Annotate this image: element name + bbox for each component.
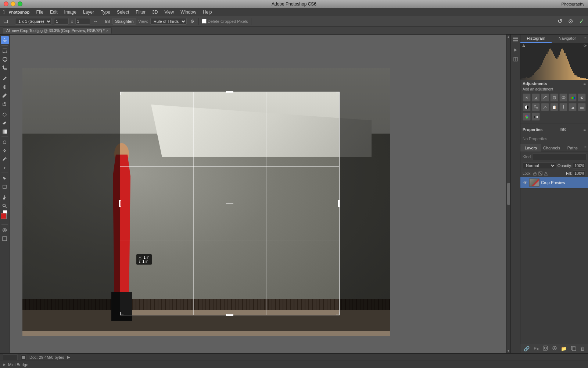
height-input[interactable] bbox=[75, 18, 90, 25]
menu-layer[interactable]: Layer bbox=[80, 9, 97, 15]
layers-filter-input[interactable] bbox=[532, 153, 587, 160]
info-tab[interactable]: Info bbox=[542, 125, 583, 134]
add-mask-icon[interactable] bbox=[543, 346, 548, 352]
layer-item-crop-preview[interactable]: 👁 Crop Preview bbox=[520, 177, 588, 188]
adj-channel-mixer[interactable] bbox=[541, 103, 549, 111]
scroll-down-arrow[interactable]: ▼ bbox=[507, 349, 510, 353]
mini-bridge-expand-icon[interactable]: ▶ bbox=[3, 362, 6, 367]
menu-view[interactable]: View bbox=[161, 9, 177, 15]
status-arrow-right[interactable]: ▶ bbox=[67, 355, 70, 359]
layer-link-icon[interactable]: 🔗 bbox=[524, 346, 530, 351]
menu-edit[interactable]: Edit bbox=[47, 9, 61, 15]
adj-color-lookup[interactable]: 📋 bbox=[550, 103, 558, 111]
menu-select[interactable]: Select bbox=[114, 9, 132, 15]
menu-3d[interactable]: 3D bbox=[149, 9, 161, 15]
apple-menu[interactable]:  bbox=[3, 9, 5, 15]
tool-path-selection[interactable] bbox=[1, 174, 9, 182]
mini-bridge-label[interactable]: Mini Bridge bbox=[8, 362, 28, 367]
layer-visibility-icon[interactable]: 👁 bbox=[523, 180, 528, 185]
adj-posterize[interactable] bbox=[569, 103, 577, 111]
close-button[interactable] bbox=[4, 1, 8, 6]
layer-effects-icon[interactable]: Fx bbox=[534, 346, 539, 351]
layers-panel-menu[interactable]: ≡ bbox=[583, 144, 588, 152]
tool-gradient[interactable] bbox=[1, 127, 9, 135]
panel-menu-histogram[interactable]: ≡ bbox=[583, 35, 588, 43]
fill-input[interactable] bbox=[573, 170, 586, 176]
new-layer-icon[interactable] bbox=[571, 346, 576, 352]
tab-histogram[interactable]: Histogram bbox=[520, 35, 552, 43]
tab-paths[interactable]: Paths bbox=[562, 144, 583, 152]
adj-hue-saturation[interactable] bbox=[569, 93, 577, 102]
canvas-options-btn[interactable] bbox=[21, 354, 26, 360]
adj-selective-color[interactable] bbox=[523, 113, 531, 121]
tool-brush[interactable] bbox=[1, 91, 9, 99]
ratio-dropdown[interactable]: 1 x 1 (Square) Original Ratio Custom bbox=[15, 18, 52, 25]
view-settings-icon[interactable]: ⚙ bbox=[189, 18, 196, 25]
view-dropdown[interactable]: Rule of Thirds Grid Diagonal Triangle Go… bbox=[150, 18, 187, 25]
adjustments-menu-btn[interactable]: ≡ bbox=[584, 81, 586, 86]
adj-levels[interactable] bbox=[532, 93, 540, 102]
lock-pixels-icon[interactable] bbox=[538, 171, 542, 176]
tool-eyedropper[interactable] bbox=[1, 74, 9, 82]
menu-type[interactable]: Type bbox=[98, 9, 113, 15]
canvas-area[interactable]: △: 1 in ↕: 1 in bbox=[10, 35, 506, 353]
adj-exposure[interactable] bbox=[550, 93, 558, 102]
tool-hand[interactable] bbox=[1, 193, 9, 201]
adj-vibrance[interactable] bbox=[559, 93, 567, 102]
cancel-crop-button[interactable]: ⊘ bbox=[567, 18, 574, 25]
blend-mode-dropdown[interactable]: Normal Multiply Screen Overlay bbox=[523, 162, 556, 169]
panel-toggle-3[interactable] bbox=[512, 55, 520, 63]
tool-text[interactable]: T bbox=[1, 163, 9, 171]
minimize-button[interactable] bbox=[11, 1, 15, 6]
new-adjustment-layer-icon[interactable] bbox=[552, 346, 557, 352]
lock-icon[interactable] bbox=[533, 171, 537, 176]
properties-menu-btn[interactable]: ≡ bbox=[584, 127, 586, 132]
tool-shape[interactable] bbox=[1, 183, 9, 191]
menu-image[interactable]: Image bbox=[61, 9, 79, 15]
tab-channels[interactable]: Channels bbox=[541, 144, 562, 152]
document-tab-close[interactable]: × bbox=[106, 29, 108, 33]
tool-move[interactable] bbox=[1, 36, 9, 44]
adj-color-balance[interactable]: ☯ bbox=[578, 93, 586, 102]
scroll-thumb[interactable] bbox=[507, 183, 510, 205]
opacity-input[interactable] bbox=[573, 163, 586, 169]
adj-threshold[interactable] bbox=[578, 103, 586, 111]
tab-navigator[interactable]: Navigator bbox=[552, 35, 583, 43]
panel-toggle-1[interactable] bbox=[512, 36, 520, 44]
tab-layers[interactable]: Layers bbox=[520, 144, 541, 152]
delete-layer-icon[interactable]: 🗑 bbox=[580, 346, 585, 351]
workspace-label[interactable]: Photography bbox=[562, 2, 584, 6]
tool-dodge[interactable] bbox=[1, 146, 9, 155]
adj-black-white[interactable] bbox=[523, 103, 531, 111]
scroll-up-arrow[interactable]: ▲ bbox=[507, 35, 510, 39]
tool-screen-mode[interactable] bbox=[1, 234, 9, 243]
straighten-button[interactable]: Straighten bbox=[112, 18, 136, 25]
adj-photo-filter[interactable] bbox=[532, 103, 540, 111]
tool-history-brush[interactable] bbox=[1, 110, 9, 118]
reset-crop-button[interactable]: ↺ bbox=[556, 18, 564, 25]
tool-eraser[interactable] bbox=[1, 119, 9, 127]
new-group-icon[interactable]: 📁 bbox=[561, 346, 567, 351]
width-input[interactable] bbox=[54, 18, 69, 25]
adj-brightness-contrast[interactable]: ☀ bbox=[523, 93, 531, 102]
menu-window[interactable]: Window bbox=[178, 9, 199, 15]
commit-crop-button[interactable]: ✓ bbox=[577, 17, 586, 25]
adj-curves[interactable] bbox=[541, 93, 549, 102]
tool-quick-mask[interactable] bbox=[1, 226, 9, 234]
tool-healing[interactable] bbox=[1, 83, 9, 91]
tool-blur[interactable] bbox=[1, 138, 9, 146]
menu-filter[interactable]: Filter bbox=[133, 9, 148, 15]
delete-cropped-checkbox[interactable] bbox=[202, 19, 207, 24]
tool-crop[interactable] bbox=[1, 64, 9, 72]
adj-invert[interactable]: I bbox=[559, 103, 567, 111]
crop-tool-icon[interactable] bbox=[2, 18, 9, 25]
zoom-input[interactable]: 33.33% bbox=[3, 354, 18, 360]
foreground-color-swatch[interactable] bbox=[1, 213, 7, 219]
panel-toggle-2[interactable]: ▶ bbox=[512, 46, 520, 54]
maximize-button[interactable] bbox=[18, 1, 22, 6]
tool-marquee[interactable] bbox=[1, 47, 9, 55]
swap-dimensions-icon[interactable]: ↔ bbox=[92, 18, 99, 25]
tool-clone-stamp[interactable] bbox=[1, 100, 9, 108]
tool-zoom[interactable] bbox=[1, 202, 9, 210]
vertical-scrollbar[interactable]: ▲ ▼ bbox=[506, 35, 510, 353]
